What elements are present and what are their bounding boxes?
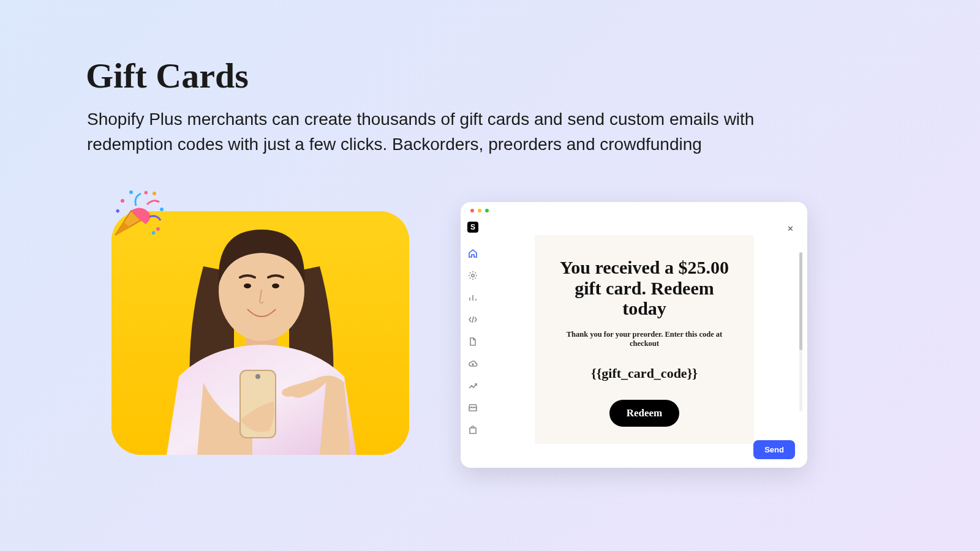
window-titlebar: [461, 202, 807, 219]
home-icon[interactable]: [468, 249, 478, 258]
svg-point-16: [472, 274, 474, 277]
hero-illustration: [111, 211, 409, 455]
scrollbar[interactable]: [799, 252, 802, 411]
app-logo[interactable]: S: [467, 222, 478, 233]
svg-rect-13: [116, 209, 120, 213]
email-subtitle: Thank you for your preorder. Enter this …: [552, 330, 737, 348]
bag-icon[interactable]: [468, 425, 478, 435]
trend-icon[interactable]: [468, 381, 478, 391]
scrollbar-thumb[interactable]: [799, 252, 802, 350]
confetti-icon: [104, 187, 165, 246]
window-close-dot[interactable]: [470, 209, 474, 212]
window-maximize-dot[interactable]: [485, 209, 489, 212]
svg-point-10: [153, 192, 156, 195]
email-preview-pane: ✕ You received a $25.00 gift card. Redee…: [485, 219, 807, 468]
svg-point-3: [244, 283, 251, 288]
redeem-button[interactable]: Redeem: [609, 400, 680, 427]
gift-card-code-placeholder: {{gift_card_code}}: [552, 365, 737, 381]
svg-point-9: [129, 190, 133, 194]
svg-point-12: [156, 227, 160, 231]
app-sidebar: S: [461, 219, 485, 468]
svg-rect-15: [152, 231, 156, 234]
chart-icon[interactable]: [468, 293, 478, 302]
close-icon[interactable]: ✕: [787, 224, 794, 233]
app-window: S: [461, 202, 807, 468]
email-card: You received a $25.00 gift card. Redeem …: [535, 235, 754, 444]
page-title: Gift Cards: [86, 55, 249, 96]
svg-rect-14: [144, 190, 148, 194]
svg-point-4: [272, 283, 279, 288]
svg-point-8: [121, 199, 124, 203]
window-minimize-dot[interactable]: [478, 209, 481, 212]
svg-point-11: [160, 208, 164, 211]
svg-point-6: [255, 374, 260, 379]
page-subtitle: Shopify Plus merchants can create thousa…: [87, 107, 761, 157]
email-title: You received a $25.00 gift card. Redeem …: [552, 257, 737, 319]
cloud-icon[interactable]: [468, 359, 478, 369]
gear-icon[interactable]: [468, 271, 478, 280]
store-icon[interactable]: [468, 403, 478, 413]
code-icon[interactable]: [468, 315, 478, 324]
svg-point-7: [282, 388, 294, 397]
send-button[interactable]: Send: [753, 440, 795, 459]
file-icon[interactable]: [468, 337, 478, 347]
